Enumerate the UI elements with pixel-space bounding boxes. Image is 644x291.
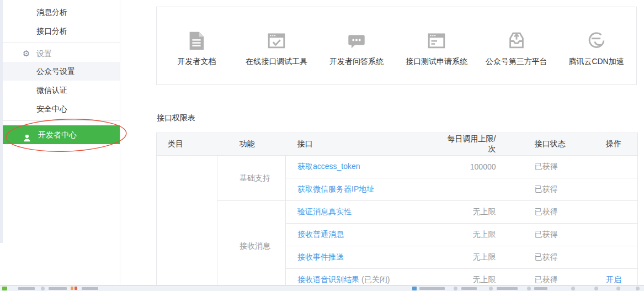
cell-status: 已获得	[507, 201, 586, 224]
api-link-verify-message[interactable]: 验证消息真实性	[297, 207, 352, 216]
toolbar-icon-fragment[interactable]	[412, 287, 417, 290]
cell-action	[586, 156, 638, 178]
quick-link-api-test-apply[interactable]: 接口测试申请系统	[396, 30, 476, 67]
sidebar-item-wechat-verification[interactable]: 微信认证	[3, 81, 120, 99]
cell-action	[586, 246, 638, 269]
quick-link-developer-docs[interactable]: 开发者文档	[157, 30, 237, 67]
toolbar-icon-fragment[interactable]	[41, 287, 45, 290]
cell-category	[157, 156, 217, 291]
debug-tool-icon	[266, 30, 287, 52]
enable-action-link[interactable]: 开启	[606, 275, 621, 284]
toolbar-icon-fragment[interactable]	[74, 287, 77, 290]
col-header-status: 接口状态	[507, 133, 586, 156]
toolbar-text-fragment[interactable]	[497, 287, 518, 290]
quick-link-tencent-cdn[interactable]: 腾讯云CDN加速	[556, 30, 636, 67]
toolbar-text-fragment[interactable]	[18, 287, 35, 290]
sidebar-item-api-analysis[interactable]: 接口分析	[3, 22, 120, 40]
quick-link-api-debug-tool[interactable]: 在线接口调试工具	[237, 30, 317, 67]
quick-link-third-party-platform[interactable]: 公众号第三方平台	[476, 30, 556, 67]
toolbar-icon-fragment[interactable]	[489, 287, 493, 290]
toolbar-icon-fragment[interactable]	[571, 287, 575, 290]
gear-icon: ⚙	[23, 45, 30, 62]
toolbar-text-fragment[interactable]	[82, 287, 98, 290]
toolbar-text-fragment[interactable]	[49, 287, 67, 290]
cell-status: 已获得	[507, 178, 586, 201]
toolbar-text-fragment[interactable]	[419, 287, 445, 290]
permission-table: 类目 功能 接口 每日调用上限/次 接口状态 操作 基础支持 获取access_…	[156, 133, 638, 291]
api-closed-suffix: (已关闭)	[361, 275, 390, 284]
toolbar-text-fragment[interactable]	[534, 287, 547, 290]
sidebar-item-account-settings[interactable]: 公众号设置	[3, 62, 120, 81]
sidebar-item-security-center[interactable]: 安全中心	[3, 99, 120, 118]
quick-link-label: 公众号第三方平台	[476, 57, 556, 67]
cell-status: 已获得	[507, 224, 586, 246]
quick-link-label: 在线接口调试工具	[237, 57, 317, 67]
table-row: 基础支持 获取access_token 100000 已获得	[157, 156, 638, 178]
api-link-get-server-ip[interactable]: 获取微信服务器IP地址	[297, 184, 374, 193]
col-header-function: 功能	[217, 133, 286, 156]
cell-daily-limit	[440, 178, 507, 201]
cell-action	[586, 224, 638, 246]
api-link-receive-voice-recognition[interactable]: 接收语音识别结果	[297, 275, 359, 284]
test-apply-icon	[426, 30, 447, 52]
quick-links-panel: 开发者文档 在线接口调试工具 开发者问答系统	[156, 7, 637, 85]
permission-table-title: 接口权限表	[157, 113, 195, 123]
sidebar-section-label: 设置	[36, 49, 52, 58]
qa-bubble-icon	[346, 30, 367, 52]
quick-link-label: 开发者文档	[157, 57, 237, 67]
sidebar: 消息分析 接口分析 ⚙ 设置 公众号设置 微信认证 安全中心 开发者中心	[3, 0, 120, 285]
toolbar-icon-fragment[interactable]	[527, 287, 531, 290]
cell-action	[586, 201, 638, 224]
toolbar-icon-fragment[interactable]	[616, 287, 620, 290]
toolbar-icon-fragment[interactable]	[71, 287, 73, 290]
sidebar-item-message-analysis[interactable]: 消息分析	[3, 3, 120, 22]
sidebar-section-settings: ⚙ 设置	[3, 45, 120, 62]
api-link-get-access-token[interactable]: 获取access_token	[297, 162, 360, 171]
api-link-receive-normal-messages[interactable]: 接收普通消息	[297, 230, 344, 239]
toolbar-icon-fragment[interactable]	[2, 287, 7, 290]
quick-link-label: 腾讯云CDN加速	[556, 57, 636, 67]
cell-daily-limit: 无上限	[440, 224, 507, 246]
cell-function-receive-messages: 接收消息	[217, 201, 286, 291]
tencent-cloud-icon	[586, 30, 607, 52]
cell-daily-limit: 无上限	[440, 201, 507, 224]
table-header-row: 类目 功能 接口 每日调用上限/次 接口状态 操作	[157, 133, 638, 156]
col-header-daily-limit: 每日调用上限/次	[440, 133, 507, 156]
cell-status: 已获得	[507, 246, 586, 269]
third-party-platform-icon	[506, 30, 527, 52]
quick-link-qa-system[interactable]: 开发者问答系统	[317, 30, 397, 67]
browser-toolbar-sliver	[0, 285, 644, 291]
toolbar-text-fragment[interactable]	[461, 287, 477, 290]
person-icon	[23, 130, 31, 149]
quick-link-label: 接口测试申请系统	[396, 57, 476, 67]
col-header-api: 接口	[286, 133, 440, 156]
toolbar-icon-fragment[interactable]	[454, 287, 457, 290]
sidebar-item-label: 开发者中心	[38, 130, 77, 139]
toolbar-icon-fragment[interactable]	[594, 287, 598, 290]
col-header-category: 类目	[157, 133, 217, 156]
sidebar-divider	[3, 120, 120, 121]
cell-status: 已获得	[507, 156, 586, 178]
sidebar-item-developer-center[interactable]: 开发者中心	[3, 125, 120, 144]
cell-function-basic-support: 基础支持	[217, 156, 286, 201]
quick-link-label: 开发者问答系统	[317, 57, 397, 67]
developer-center-page: { "sidebar": { "items": [ { "label": "消息…	[0, 0, 644, 291]
table-row: 接收消息 验证消息真实性 无上限 已获得	[157, 201, 638, 224]
sidebar-divider	[3, 43, 120, 43]
cell-daily-limit: 无上限	[440, 246, 507, 269]
col-header-action: 操作	[586, 133, 638, 156]
api-link-receive-event-push[interactable]: 接收事件推送	[297, 252, 344, 261]
cell-action	[586, 178, 638, 201]
document-icon	[186, 30, 207, 52]
cell-daily-limit: 100000	[440, 156, 507, 178]
toolbar-icon-fragment[interactable]	[636, 287, 640, 290]
